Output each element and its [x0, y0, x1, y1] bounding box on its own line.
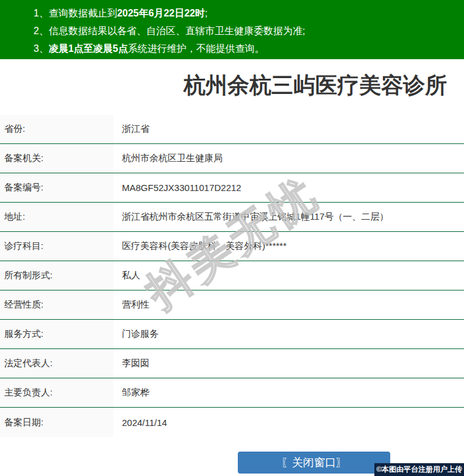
row-value: 浙江省杭州市余杭区五常街道中宙溪上铭城1幢117号（一、二层）: [113, 203, 464, 231]
row-label: 法定代表人:: [0, 349, 113, 378]
row-value: 邹家桦: [113, 378, 464, 407]
table-row-legal-representative: 法定代表人: 李囡囡: [0, 349, 464, 378]
uploaded-by-user-badge: ©本图由平台注册用户上传: [374, 463, 464, 476]
notice-text-bold: 2025年6月22日22时: [117, 8, 205, 18]
table-row-filing-date: 备案日期: 2024/11/14: [0, 408, 464, 437]
row-value: MA8GF52JX33011017D2212: [113, 173, 464, 202]
row-value: 2024/11/14: [113, 408, 464, 437]
registration-info-table: 省份: 浙江省 备案机关: 杭州市余杭区卫生健康局 备案编号: MA8GF52J…: [0, 115, 464, 437]
row-label: 诊疗科目:: [0, 232, 113, 261]
row-label: 经营性质:: [0, 290, 113, 319]
row-label: 省份:: [0, 115, 113, 143]
notice-text: 查询数据截止到: [49, 8, 117, 18]
notice-number: 3、: [34, 43, 49, 54]
row-value: 门诊服务: [113, 320, 464, 348]
row-value: 浙江省: [113, 115, 464, 143]
notice-text: 信息数据结果以各省、自治区、直辖市卫生健康委数据为准;: [49, 26, 305, 36]
row-label: 地址:: [0, 203, 113, 231]
notice-banner: 1、查询数据截止到2025年6月22日22时; 2、信息数据结果以各省、自治区、…: [0, 0, 464, 59]
row-value: 李囡囡: [113, 349, 464, 378]
table-row-main-person-in-charge: 主要负责人: 邹家桦: [0, 378, 464, 408]
row-value: 杭州市余杭区卫生健康局: [113, 144, 464, 173]
table-row-business-nature: 经营性质: 营利性: [0, 290, 464, 320]
table-row-ownership-type: 所有制形式: 私人: [0, 261, 464, 290]
row-label: 备案日期:: [0, 408, 113, 437]
notice-number: 2、: [34, 26, 49, 36]
page-title: 杭州余杭三屿医疗美容诊所: [0, 71, 464, 99]
notice-text: ;: [205, 8, 207, 18]
row-label: 备案编号:: [0, 173, 113, 202]
notice-text: 系统进行维护，不能提供查询。: [128, 43, 265, 54]
table-row-address: 地址: 浙江省杭州市余杭区五常街道中宙溪上铭城1幢117号（一、二层）: [0, 203, 464, 232]
table-row-filing-number: 备案编号: MA8GF52JX33011017D2212: [0, 173, 464, 203]
table-row-treatment-subjects: 诊疗科目: 医疗美容科(美容皮肤科、美容外科)******: [0, 232, 464, 261]
row-label: 备案机关:: [0, 144, 113, 173]
notice-number: 1、: [34, 8, 49, 18]
notice-line-2: 2、信息数据结果以各省、自治区、直辖市卫生健康委数据为准;: [0, 22, 464, 40]
table-row-province: 省份: 浙江省: [0, 115, 464, 144]
notice-line-1: 1、查询数据截止到2025年6月22日22时;: [0, 4, 464, 22]
row-label: 主要负责人:: [0, 378, 113, 407]
row-label: 所有制形式:: [0, 261, 113, 290]
table-row-filing-authority: 备案机关: 杭州市余杭区卫生健康局: [0, 144, 464, 173]
table-row-service-mode: 服务方式: 门诊服务: [0, 320, 464, 349]
row-value: 医疗美容科(美容皮肤科、美容外科)******: [113, 232, 464, 261]
notice-text-bold: 凌晨1点至凌晨5点: [49, 43, 128, 54]
row-value: 私人: [113, 261, 464, 290]
row-value: 营利性: [113, 290, 464, 319]
close-window-button[interactable]: 〖关闭窗口〗: [238, 452, 390, 474]
notice-line-3: 3、凌晨1点至凌晨5点系统进行维护，不能提供查询。: [0, 40, 464, 57]
row-label: 服务方式:: [0, 320, 113, 348]
